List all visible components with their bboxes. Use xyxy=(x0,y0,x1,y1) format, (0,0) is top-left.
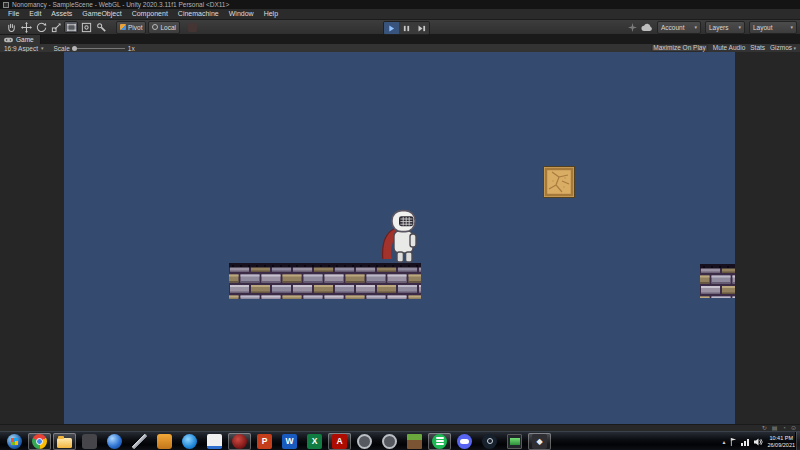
clock-date: 26/09/2021 xyxy=(767,442,795,449)
rotate-tool[interactable] xyxy=(34,21,48,33)
window-title: Nonomancy - SampleScene - WebGL - Unity … xyxy=(12,1,229,8)
taskbar-windows-start[interactable] xyxy=(3,433,26,450)
taskbar-monitor-app[interactable] xyxy=(503,433,526,450)
blue-orb-app-icon xyxy=(107,434,122,449)
blue-badge-app-icon xyxy=(182,434,197,449)
tab-game[interactable]: Game xyxy=(0,35,41,44)
game-scene[interactable] xyxy=(64,52,735,424)
tab-game-label: Game xyxy=(16,36,34,43)
volume-icon[interactable] xyxy=(754,438,763,446)
stats-button[interactable]: Stats xyxy=(750,44,765,52)
dark-app-icon xyxy=(82,434,97,449)
taskbar-record-app[interactable] xyxy=(228,433,251,450)
action-center-icon[interactable] xyxy=(730,438,737,446)
chrome-icon xyxy=(32,434,47,449)
taskbar-spotify[interactable] xyxy=(428,433,451,450)
transform-tool[interactable] xyxy=(79,21,93,33)
taskbar-excel[interactable]: X xyxy=(303,433,326,450)
taskbar-explorer[interactable] xyxy=(53,433,76,450)
pivot-toggle-button[interactable]: Pivot xyxy=(116,21,146,34)
hand-tool[interactable] xyxy=(4,21,18,33)
menu-help[interactable]: Help xyxy=(259,9,283,19)
word-icon: W xyxy=(282,434,297,449)
mute-audio-button[interactable]: Mute Audio xyxy=(713,44,746,52)
taskbar-powerpoint[interactable]: P xyxy=(253,433,276,450)
menu-window[interactable]: Window xyxy=(224,9,259,19)
show-desktop-button[interactable] xyxy=(795,432,800,450)
menu-file[interactable]: File xyxy=(3,9,24,19)
account-dropdown[interactable]: Account xyxy=(657,21,701,34)
system-tray: ▲ 10:41 PM 26/09/2021 xyxy=(722,432,795,450)
snap-grid-icon[interactable] xyxy=(188,23,197,32)
network-icon[interactable] xyxy=(741,438,750,446)
main-toolbar: Pivot Local Account xyxy=(0,20,800,35)
step-button[interactable] xyxy=(414,22,429,34)
collab-icon[interactable] xyxy=(628,23,637,32)
stone-crate xyxy=(543,166,575,198)
menu-gameobject[interactable]: GameObject xyxy=(77,9,126,19)
gamepad-icon xyxy=(4,37,13,43)
aspect-dropdown[interactable]: 16:9 Aspect xyxy=(0,45,48,52)
rect-tool[interactable] xyxy=(64,21,78,33)
taskbar-blue-badge-app[interactable] xyxy=(178,433,201,450)
scale-tool[interactable] xyxy=(49,21,63,33)
clock-time: 10:41 PM xyxy=(767,435,795,442)
pivot-label: Pivot xyxy=(128,24,142,31)
satchel-app-icon xyxy=(157,434,172,449)
move-tool[interactable] xyxy=(19,21,33,33)
local-toggle-button[interactable]: Local xyxy=(148,21,180,34)
round-app-2-icon xyxy=(382,434,397,449)
layers-dropdown[interactable]: Layers xyxy=(705,21,745,34)
unity-logo-icon xyxy=(3,2,9,8)
taskbar-editor-app[interactable] xyxy=(203,433,226,450)
brick-platform-main xyxy=(229,263,421,299)
taskbar-round-app-1[interactable] xyxy=(353,433,376,450)
steam-icon xyxy=(482,434,497,449)
taskbar-blue-orb-app[interactable] xyxy=(103,433,126,450)
cloud-icon[interactable] xyxy=(641,23,653,32)
editor-app-icon xyxy=(207,434,222,449)
taskbar-word[interactable]: W xyxy=(278,433,301,450)
spotify-icon xyxy=(432,434,447,449)
taskbar-dark-app[interactable] xyxy=(78,433,101,450)
layout-dropdown[interactable]: Layout xyxy=(749,21,797,34)
menu-cinemachine[interactable]: Cinemachine xyxy=(173,9,224,19)
taskbar-clock[interactable]: 10:41 PM 26/09/2021 xyxy=(767,435,795,448)
layout-label: Layout xyxy=(753,24,773,31)
taskbar-steam[interactable] xyxy=(478,433,501,450)
brick-platform-right xyxy=(700,264,735,298)
windows-taskbar: PWXA ▲ 10:41 PM 26/09/2021 xyxy=(0,431,800,450)
round-app-1-icon xyxy=(357,434,372,449)
playback-controls xyxy=(383,21,430,35)
scale-slider[interactable] xyxy=(73,48,125,49)
taskbar-pen-app[interactable] xyxy=(128,433,151,450)
acrobat-icon: A xyxy=(332,434,347,449)
menu-component[interactable]: Component xyxy=(127,9,173,19)
powerpoint-icon: P xyxy=(257,434,272,449)
unity-editor-window: Nonomancy - SampleScene - WebGL - Unity … xyxy=(0,0,800,450)
taskbar-round-app-2[interactable] xyxy=(378,433,401,450)
gizmos-dropdown[interactable]: Gizmos xyxy=(770,44,796,52)
excel-icon: X xyxy=(307,434,322,449)
explorer-icon xyxy=(57,438,72,448)
taskbar-minecraft[interactable] xyxy=(403,433,426,450)
aspect-label: 16:9 Aspect xyxy=(4,45,38,52)
account-label: Account xyxy=(661,24,685,31)
pivot-icon xyxy=(120,24,126,30)
scale-slider-knob[interactable] xyxy=(72,46,77,51)
taskbar-chrome[interactable] xyxy=(28,433,51,450)
taskbar-acrobat[interactable]: A xyxy=(328,433,351,450)
scale-label: Scale xyxy=(54,45,70,52)
play-button[interactable] xyxy=(384,22,399,34)
title-bar: Nonomancy - SampleScene - WebGL - Unity … xyxy=(0,0,800,9)
maximize-on-play-button[interactable]: Maximize On Play xyxy=(651,44,707,52)
tray-expand-icon[interactable]: ▲ xyxy=(722,439,727,445)
custom-tool[interactable] xyxy=(94,21,108,33)
taskbar-discord[interactable] xyxy=(453,433,476,450)
menu-assets[interactable]: Assets xyxy=(46,9,77,19)
menu-edit[interactable]: Edit xyxy=(24,9,46,19)
pause-button[interactable] xyxy=(399,22,414,34)
scale-value: 1x xyxy=(128,45,135,52)
taskbar-satchel-app[interactable] xyxy=(153,433,176,450)
taskbar-unity-editor[interactable] xyxy=(528,433,551,450)
